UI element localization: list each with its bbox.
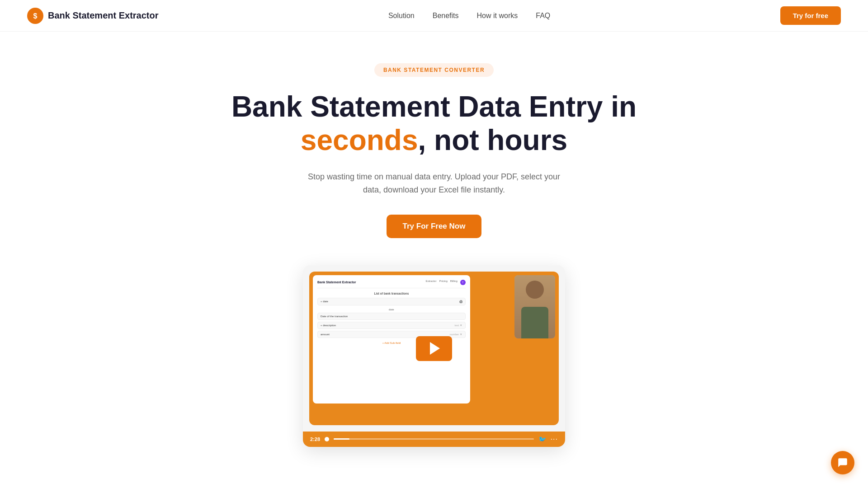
video-progress-fill (334, 438, 349, 440)
video-controls: 2:28 🐦 ··· (303, 432, 565, 447)
mockup-row-date-transaction: Date of the transaction (317, 313, 466, 320)
video-bird-icon: 🐦 (538, 436, 546, 443)
hero-subtitle: Stop wasting time on manual data entry. … (307, 170, 561, 197)
logo-text: Bank Statement Extractor (48, 10, 159, 21)
video-more-options[interactable]: ··· (551, 435, 558, 443)
mockup-section-title: List of bank transactions (317, 292, 466, 295)
nav-links: Solution Benefits How it works FAQ (388, 12, 550, 20)
person-head (526, 281, 544, 299)
hero-title-part2: , not hours (418, 124, 568, 156)
hero-title: Bank Statement Data Entry in seconds, no… (231, 90, 637, 157)
video-progress-dot[interactable] (325, 437, 329, 441)
chat-icon (837, 457, 849, 469)
hero-section: BANK STATEMENT CONVERTER Bank Statement … (0, 32, 868, 469)
nav-try-free-button[interactable]: Try for free (780, 6, 841, 25)
hero-badge: BANK STATEMENT CONVERTER (374, 63, 494, 77)
mockup-avatar: T (460, 280, 466, 285)
video-play-button[interactable] (416, 336, 452, 361)
hero-title-part1: Bank Statement Data Entry in (231, 90, 637, 123)
hero-cta-button[interactable]: Try For Free Now (387, 215, 482, 238)
logo-link[interactable]: $ Bank Statement Extractor (27, 8, 159, 24)
chat-bubble-button[interactable] (831, 451, 854, 474)
person-body (521, 307, 548, 338)
video-section: Bank Statement Extractor Extractor Prici… (303, 265, 565, 447)
nav-solution[interactable]: Solution (388, 12, 415, 19)
video-timestamp: 2:28 (310, 436, 320, 442)
person-silhouette (514, 275, 555, 338)
mockup-row-date: + date 🔘 (317, 298, 466, 305)
nav-how-it-works[interactable]: How it works (477, 12, 518, 19)
mockup-brand: Bank Statement Extractor (317, 281, 356, 284)
logo-icon: $ (27, 8, 43, 24)
navbar: $ Bank Statement Extractor Solution Bene… (0, 0, 868, 32)
video-player[interactable]: Bank Statement Extractor Extractor Prici… (309, 272, 559, 425)
nav-faq[interactable]: FAQ (536, 12, 550, 19)
mockup-nav: Extractor Pricing Billing T (425, 280, 465, 285)
mockup-row-description: + description text ▼ (317, 322, 466, 329)
person-thumbnail (514, 275, 555, 338)
video-progress-bar[interactable] (334, 438, 534, 440)
mockup-date-label: date (317, 307, 466, 313)
hero-title-accent: seconds (301, 124, 418, 156)
svg-text:$: $ (33, 12, 38, 20)
play-triangle-icon (430, 342, 440, 355)
nav-benefits[interactable]: Benefits (433, 12, 459, 19)
